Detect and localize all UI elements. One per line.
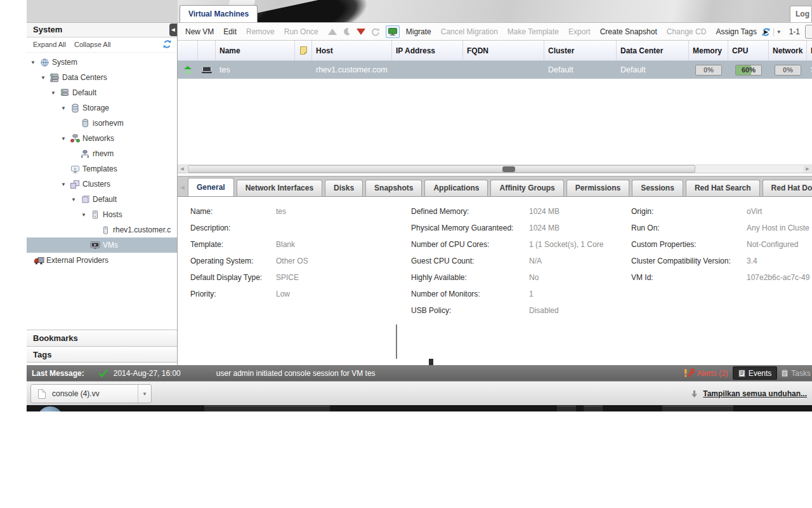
tree-refresh-icon[interactable]: [162, 39, 172, 49]
tree-item-data-centers[interactable]: Data Centers: [27, 70, 177, 85]
col-fqdn[interactable]: FQDN: [463, 41, 544, 60]
last-message-label: Last Message:: [32, 369, 84, 378]
file-icon: [37, 389, 46, 399]
vm-grid-header: Name Host IP Address FQDN Cluster Data C…: [178, 41, 812, 61]
tab-log-viewer-partial[interactable]: Log V: [790, 6, 812, 22]
scroll-left-arrow[interactable]: [178, 165, 187, 173]
vm-priority-value: Low: [276, 290, 290, 298]
migrate-button[interactable]: Migrate: [406, 27, 431, 36]
scrollbar-thumb[interactable]: [188, 165, 695, 173]
make-template-button: Make Template: [508, 27, 559, 36]
col-name[interactable]: Name: [216, 41, 295, 60]
last-message-text: user admin initiated console session for…: [216, 369, 376, 378]
network-icon: [79, 149, 91, 159]
tab-red-hat-search[interactable]: Red Hat Search: [686, 180, 760, 196]
tree-item-external-providers[interactable]: External Providers: [27, 253, 177, 268]
download-item[interactable]: console (4).vv: [30, 384, 152, 403]
tree-item-clusters[interactable]: Clusters: [27, 177, 177, 192]
collapse-all-link[interactable]: Collapse All: [74, 41, 110, 48]
tab-affinity-groups[interactable]: Affinity Groups: [490, 180, 563, 196]
storage-domain-icon: [79, 118, 91, 128]
last-message-timestamp: 2014-Aug-27, 16:00: [114, 369, 181, 378]
page-range: 1-1: [789, 27, 800, 36]
tree-item-hosts[interactable]: Hosts: [27, 207, 177, 222]
tree-item-storage[interactable]: Storage: [27, 100, 177, 116]
divider-artifact: [396, 324, 397, 359]
vm-name-cell: tes: [216, 65, 295, 74]
memory-usage-badge: 0%: [695, 65, 722, 76]
tree-item-networks[interactable]: Networks: [27, 131, 177, 146]
tree-item-vms[interactable]: VMs: [27, 237, 177, 253]
tab-virtual-machines[interactable]: Virtual Machines: [180, 5, 258, 22]
tags-section-header[interactable]: Tags: [27, 346, 177, 363]
shutdown-icon[interactable]: [357, 29, 365, 35]
console-icon[interactable]: [386, 25, 400, 38]
col-ip-address[interactable]: IP Address: [392, 41, 463, 60]
expander-icon[interactable]: [61, 105, 69, 111]
alerts-button[interactable]: Alerts (2): [683, 368, 728, 378]
tab-general[interactable]: General: [188, 178, 234, 197]
refresh-rate-caret-icon[interactable]: [773, 28, 783, 36]
splitter-grip[interactable]: [502, 166, 515, 172]
grid-refresh-icon[interactable]: [761, 27, 771, 37]
origin-value: oVirt: [747, 207, 762, 216]
col-cluster[interactable]: Cluster: [544, 41, 617, 60]
vm-row-tes[interactable]: tes rhev1.customer.com Default Default 0…: [178, 61, 812, 79]
tab-sessions[interactable]: Sessions: [632, 180, 683, 196]
events-button[interactable]: Events: [733, 366, 778, 380]
tab-permissions[interactable]: Permissions: [566, 180, 629, 196]
col-type[interactable]: [198, 41, 216, 60]
create-snapshot-button[interactable]: Create Snapshot: [600, 27, 657, 36]
tasks-button[interactable]: Tasks: [781, 369, 811, 378]
expander-icon[interactable]: [41, 75, 49, 81]
expander-icon[interactable]: [61, 136, 69, 142]
tree-item-isorhevm[interactable]: isorhevm: [27, 116, 177, 131]
col-host[interactable]: Host: [312, 41, 392, 60]
tree-item-host-rhev1[interactable]: rhev1.customer.c: [27, 222, 177, 237]
col-status[interactable]: [178, 41, 198, 60]
col-network[interactable]: Network: [769, 41, 807, 60]
new-vm-button[interactable]: New VM: [185, 27, 214, 36]
highly-available-value: No: [529, 273, 539, 282]
tab-red-hat-documentation[interactable]: Red Hat Docume: [763, 180, 812, 196]
vm-id-value: 107e2b6c-ac7c-49: [747, 273, 809, 282]
hosts-icon: [89, 210, 101, 220]
alert-wrench-icon: [683, 368, 695, 378]
show-all-downloads-link[interactable]: Tampilkan semua unduhan...: [703, 389, 807, 398]
collapse-panel-button[interactable]: [169, 23, 177, 36]
tab-network-interfaces[interactable]: Network Interfaces: [237, 180, 322, 196]
scroll-right-arrow[interactable]: [803, 165, 812, 173]
tab-snapshots[interactable]: Snapshots: [365, 180, 422, 196]
download-item-caret-icon[interactable]: [138, 385, 151, 403]
tab-disks[interactable]: Disks: [325, 180, 363, 196]
success-check-icon: [98, 369, 108, 377]
expander-icon[interactable]: [30, 60, 39, 65]
expander-icon[interactable]: [81, 212, 89, 218]
expander-icon[interactable]: [61, 182, 69, 187]
tab-applications[interactable]: Applications: [424, 180, 488, 196]
expander-icon[interactable]: [71, 197, 79, 203]
tree-item-system[interactable]: System: [27, 55, 177, 70]
col-data-center[interactable]: Data Center: [617, 41, 689, 60]
pagination-next-button-partial[interactable]: [805, 25, 812, 39]
bookmarks-section-header[interactable]: Bookmarks: [27, 330, 177, 346]
col-note[interactable]: [295, 41, 312, 60]
col-memory[interactable]: Memory: [689, 41, 728, 60]
host-icon: [100, 225, 111, 235]
tree-item-templates[interactable]: Templates: [27, 161, 177, 177]
col-cpu[interactable]: CPU: [728, 41, 769, 60]
col-display-partial[interactable]: D: [807, 41, 812, 60]
cancel-migration-button: Cancel Migration: [441, 27, 498, 36]
expand-all-link[interactable]: Expand All: [33, 41, 66, 48]
tree-item-datacenter-default[interactable]: Default: [27, 85, 177, 100]
edit-button[interactable]: Edit: [223, 27, 237, 36]
assign-tags-button[interactable]: Assign Tags: [716, 27, 756, 36]
expander-icon[interactable]: [51, 90, 59, 96]
tree-item-cluster-default[interactable]: Default: [27, 192, 177, 207]
vm-name-value: tes: [276, 207, 286, 216]
cluster-icon: [79, 194, 91, 204]
detail-tab-strip: General Network Interfaces Disks Snapsho…: [178, 176, 812, 197]
general-column-3: Origin:oVirt Run On:Any Host in Cluste C…: [631, 203, 809, 286]
vm-status-running-icon: [178, 65, 198, 74]
tree-item-rhevm-network[interactable]: rhevm: [27, 146, 177, 161]
